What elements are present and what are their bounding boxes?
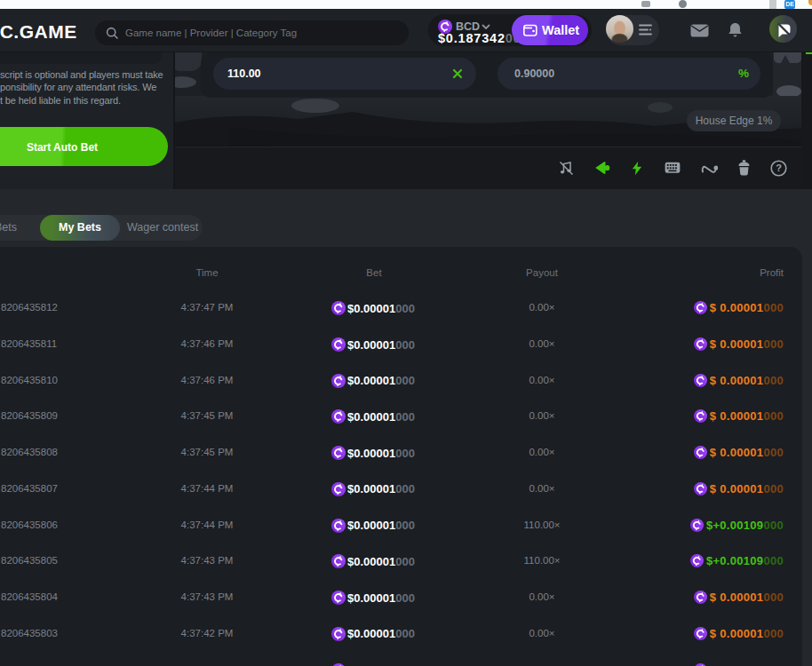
svg-text:?: ? xyxy=(776,163,782,173)
